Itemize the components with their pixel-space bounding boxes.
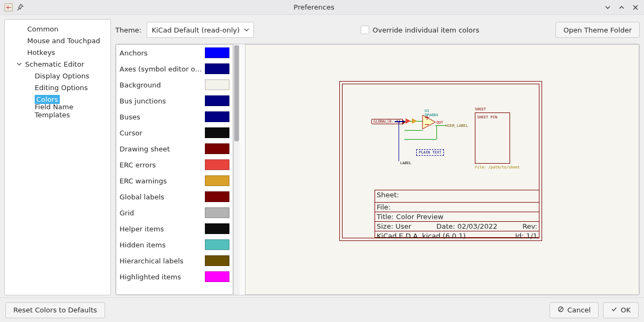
tree-item-label: Field Name Templates	[35, 103, 110, 119]
color-row[interactable]: Axes (symbol editor only)	[116, 61, 233, 77]
tree-item-label: Display Options	[35, 72, 89, 80]
tree-item-schematic-editor[interactable]: Schematic Editor	[5, 58, 110, 70]
preview-canvas: SHEET SHEET PIN File: /path/to/sheet GLO…	[245, 44, 639, 295]
maximize-icon[interactable]	[617, 3, 626, 12]
svg-marker-5	[406, 118, 411, 124]
color-swatch[interactable]	[205, 255, 229, 266]
color-row[interactable]: Background	[116, 77, 233, 93]
tb-title: Title: Color Preview	[377, 213, 443, 221]
tb-id: Id: 1/1	[515, 232, 537, 240]
scrollbar-thumb[interactable]	[234, 45, 239, 141]
color-name: Helper items	[120, 225, 205, 233]
color-name: Drawing sheet	[120, 145, 205, 153]
reset-colors-label: Reset Colors to Defaults	[13, 306, 97, 314]
erc-warning-marker	[412, 117, 415, 120]
tb-generator: KiCad E.D.A. kicad (6.0.1)	[377, 232, 466, 240]
bus	[395, 121, 404, 122]
component-ref: U1	[425, 109, 429, 113]
color-row[interactable]: ERC warnings	[116, 173, 233, 189]
bus-wire	[399, 121, 399, 161]
window-title: Preferences	[25, 3, 603, 11]
color-name: ERC warnings	[120, 177, 205, 185]
hierarchical-label: HIER_LABEL	[446, 124, 468, 128]
color-swatch[interactable]	[205, 239, 229, 250]
open-theme-folder-button[interactable]: Open Theme Folder	[555, 22, 640, 38]
color-swatch[interactable]	[205, 79, 229, 90]
color-name: Bus junctions	[120, 97, 205, 105]
color-swatch[interactable]	[205, 207, 229, 218]
color-row[interactable]: Hierarchical labels	[116, 253, 233, 269]
ok-button[interactable]: OK	[603, 302, 639, 318]
tree-item-label: Mouse and Touchpad	[27, 37, 100, 45]
color-swatch[interactable]	[205, 63, 229, 74]
chevron-down-icon	[15, 61, 23, 67]
color-name: Axes (symbol editor only)	[120, 65, 205, 73]
hierarchical-sheet	[475, 112, 510, 164]
cancel-button[interactable]: Cancel	[550, 302, 599, 318]
color-swatch[interactable]	[205, 223, 229, 234]
tree-item-label: Colors	[35, 95, 60, 104]
open-theme-folder-label: Open Theme Folder	[563, 26, 632, 34]
color-row[interactable]: Bus junctions	[116, 93, 233, 109]
svg-marker-6	[412, 118, 417, 124]
svg-point-1	[7, 7, 9, 8]
close-icon[interactable]	[631, 3, 640, 12]
minimize-icon[interactable]	[603, 3, 612, 12]
color-swatch[interactable]	[205, 271, 229, 282]
title-block: Sheet: File: Title: Color Preview Size: …	[375, 190, 539, 238]
color-row[interactable]: Drawing sheet	[116, 141, 233, 157]
svg-line-8	[559, 308, 562, 311]
override-label: Override individual item colors	[372, 26, 479, 34]
color-row[interactable]: Hidden items	[116, 237, 233, 253]
color-swatch[interactable]	[205, 95, 229, 106]
color-row[interactable]: Global labels	[116, 189, 233, 205]
scrollbar[interactable]	[233, 44, 240, 295]
check-icon	[611, 306, 617, 314]
reset-colors-button[interactable]: Reset Colors to Defaults	[5, 302, 105, 318]
tb-sheet: Sheet:	[377, 191, 399, 202]
color-list[interactable]: AnchorsAxes (symbol editor only)Backgrou…	[116, 44, 233, 295]
color-name: Highlighted items	[120, 273, 205, 281]
ok-label: OK	[621, 306, 631, 314]
tree-item-hotkeys[interactable]: Hotkeys	[5, 46, 110, 58]
net-label: LABEL	[400, 161, 411, 165]
tree-item-editing-options[interactable]: Editing Options	[5, 82, 110, 93]
color-swatch[interactable]	[205, 175, 229, 186]
sheet-file: File: /path/to/sheet	[475, 165, 520, 170]
color-swatch[interactable]	[205, 159, 229, 170]
color-swatch[interactable]	[205, 127, 229, 138]
color-name: Cursor	[120, 129, 205, 137]
color-row[interactable]: Buses	[116, 109, 233, 125]
tree-item-mouse-and-touchpad[interactable]: Mouse and Touchpad	[5, 35, 110, 46]
tb-size: Size: User	[377, 222, 411, 230]
color-row[interactable]: Helper items	[116, 221, 233, 237]
erc-error-marker	[406, 117, 409, 120]
tree-item-common[interactable]: Common	[5, 23, 110, 35]
color-swatch[interactable]	[205, 143, 229, 154]
nav-tree: CommonMouse and TouchpadHotkeysSchematic…	[4, 19, 111, 295]
cancel-icon	[558, 306, 564, 314]
color-swatch[interactable]	[205, 47, 229, 58]
color-row[interactable]: Grid	[116, 205, 233, 221]
color-name: Hierarchical labels	[120, 257, 205, 265]
color-swatch[interactable]	[205, 191, 229, 202]
color-name: Global labels	[120, 193, 205, 201]
tree-item-field-name-templates[interactable]: Field Name Templates	[5, 105, 110, 117]
toolbar: Theme: KiCad Default (read-only) Overrid…	[115, 19, 640, 41]
color-row[interactable]: ERC errors	[116, 157, 233, 173]
plain-text: PLAIN TEXT	[416, 149, 444, 156]
tree-item-display-options[interactable]: Display Options	[5, 70, 110, 82]
color-swatch[interactable]	[205, 111, 229, 122]
pin-name: OUT	[436, 120, 443, 125]
theme-select[interactable]: KiCad Default (read-only)	[147, 22, 254, 38]
color-row[interactable]: Highlighted items	[116, 269, 233, 285]
color-row[interactable]: Anchors	[116, 45, 233, 61]
override-checkbox[interactable]: Override individual item colors	[361, 26, 479, 34]
tree-item-label: Schematic Editor	[25, 60, 84, 68]
chevron-down-icon	[244, 26, 249, 34]
color-row[interactable]: Cursor	[116, 125, 233, 141]
pin-icon[interactable]	[16, 3, 25, 12]
titlebar: Preferences	[0, 0, 644, 15]
color-name: Buses	[120, 113, 205, 121]
tb-rev: Rev:	[522, 222, 537, 230]
